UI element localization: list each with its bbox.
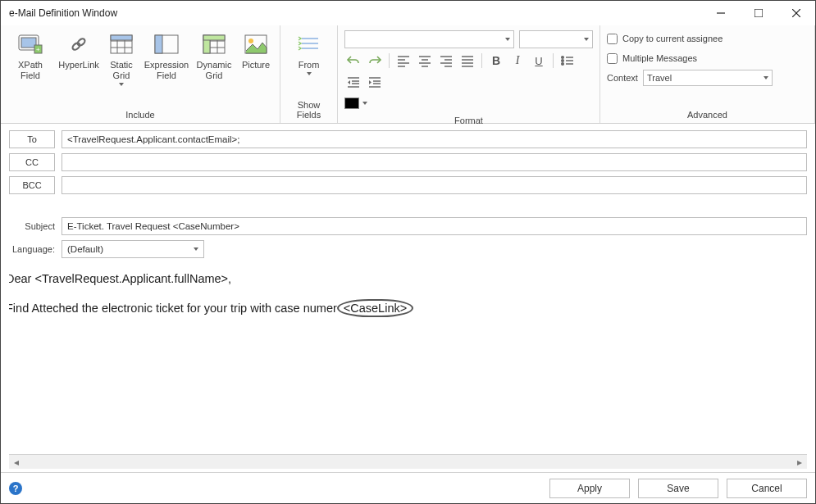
to-row: To — [9, 130, 807, 148]
ribbon-group-show-fields: From Show Fields — [280, 25, 338, 123]
font-size-combo[interactable] — [519, 30, 593, 48]
svg-text:+: + — [36, 46, 40, 53]
multiple-messages-option[interactable]: Multiple Messages — [607, 50, 808, 66]
group-label-advanced: Advanced — [607, 107, 808, 121]
language-row: Language: (Default) — [9, 240, 807, 258]
context-combo[interactable]: Travel — [643, 70, 773, 86]
svg-rect-24 — [203, 35, 225, 40]
chevron-down-icon — [119, 83, 124, 86]
xpath-field-button[interactable]: + XPath Field — [7, 30, 53, 88]
undo-button[interactable] — [344, 52, 362, 70]
caselink-token[interactable]: <CaseLink> — [337, 299, 413, 317]
bcc-row: BCC — [9, 176, 807, 194]
editor-area: Dear <TravelRequest.Applicant.fullName>,… — [9, 266, 807, 454]
align-center-button[interactable] — [416, 52, 434, 70]
help-button[interactable]: ? — [9, 482, 22, 495]
hyperlink-button[interactable]: HyperLink — [58, 30, 99, 88]
titlebar: e-Mail Definition Window — [1, 1, 815, 25]
chevron-down-icon — [764, 76, 768, 79]
chevron-down-icon — [307, 72, 312, 75]
bold-button[interactable]: B — [487, 52, 505, 70]
svg-rect-15 — [111, 35, 132, 40]
subject-label: Subject — [9, 221, 55, 231]
font-family-combo[interactable] — [344, 30, 514, 48]
body-line: Find Atteched the electronic ticket for … — [9, 299, 797, 317]
subject-row: Subject — [9, 217, 807, 235]
cc-row: CC — [9, 153, 807, 171]
ribbon-group-include: + XPath Field HyperLink Static Grid — [1, 25, 280, 123]
chevron-down-icon — [505, 38, 510, 41]
svg-point-46 — [562, 57, 564, 59]
dynamic-grid-button[interactable]: Dynamic Grid — [194, 30, 234, 88]
svg-rect-5 — [21, 38, 36, 48]
copy-to-assignee-option[interactable]: Copy to current assignee — [607, 30, 808, 47]
increase-indent-button[interactable] — [366, 73, 384, 91]
context-label: Context — [607, 73, 638, 83]
decrease-indent-button[interactable] — [344, 73, 362, 91]
svg-point-9 — [76, 38, 86, 47]
copy-to-assignee-checkbox[interactable] — [607, 34, 618, 44]
cc-input[interactable] — [62, 153, 807, 171]
language-label: Language: — [9, 244, 55, 254]
window: e-Mail Definition Window + XPath Field — [0, 0, 816, 504]
color-swatch-icon — [344, 98, 359, 109]
ribbon: + XPath Field HyperLink Static Grid — [1, 25, 815, 124]
subject-input[interactable] — [62, 217, 807, 235]
underline-button[interactable]: U — [530, 52, 548, 70]
ribbon-group-format: B I U Format — [338, 25, 600, 123]
from-button[interactable]: From — [289, 30, 330, 77]
cancel-button[interactable]: Cancel — [727, 479, 807, 498]
ribbon-group-advanced: Copy to current assignee Multiple Messag… — [600, 25, 815, 123]
body-line: Dear <TravelRequest.Applicant.fullName>, — [9, 270, 797, 288]
xpath-field-icon: + — [16, 32, 44, 57]
svg-point-26 — [248, 39, 253, 43]
bcc-button[interactable]: BCC — [9, 176, 55, 194]
maximize-button[interactable] — [740, 1, 777, 25]
email-body-editor[interactable]: Dear <TravelRequest.Applicant.fullName>,… — [9, 266, 802, 454]
horizontal-scrollbar[interactable]: ◂ ▸ — [9, 454, 807, 469]
window-controls — [702, 1, 815, 25]
expression-field-icon — [153, 32, 180, 57]
footer-actions: Apply Save Cancel — [549, 479, 807, 498]
body-area: To CC BCC Subject Language: (Default) De… — [1, 124, 815, 472]
italic-button[interactable]: I — [508, 52, 527, 70]
save-button[interactable]: Save — [638, 479, 718, 498]
multiple-messages-checkbox[interactable] — [607, 53, 618, 64]
svg-rect-17 — [155, 35, 162, 53]
close-button[interactable] — [777, 1, 815, 25]
chevron-down-icon — [362, 102, 367, 105]
picture-icon — [242, 32, 270, 57]
svg-point-47 — [562, 60, 564, 62]
svg-rect-1 — [754, 9, 763, 17]
dynamic-grid-icon — [200, 32, 228, 57]
static-grid-icon — [107, 32, 135, 57]
from-icon — [295, 32, 323, 57]
cc-button[interactable]: CC — [9, 153, 55, 171]
minimize-icon — [717, 9, 725, 17]
maximize-icon — [754, 9, 763, 17]
bulleted-list-button[interactable] — [558, 52, 577, 70]
expression-field-button[interactable]: Expression Field — [144, 30, 189, 88]
minimize-button[interactable] — [702, 1, 740, 25]
align-justify-button[interactable] — [458, 52, 476, 70]
bcc-input[interactable] — [62, 176, 807, 194]
footer: ? Apply Save Cancel — [1, 472, 815, 503]
to-button[interactable]: To — [9, 130, 55, 148]
align-left-button[interactable] — [394, 52, 413, 70]
apply-button[interactable]: Apply — [549, 479, 630, 498]
to-input[interactable] — [62, 130, 807, 148]
align-right-button[interactable] — [437, 52, 455, 70]
static-grid-button[interactable]: Static Grid — [104, 30, 139, 88]
group-label-include: Include — [7, 107, 273, 121]
hyperlink-icon — [65, 32, 93, 57]
chevron-down-icon — [194, 247, 198, 251]
svg-point-48 — [562, 63, 564, 66]
close-icon — [792, 9, 800, 17]
language-combo[interactable]: (Default) — [62, 240, 204, 258]
chevron-down-icon — [584, 38, 589, 41]
scroll-right-icon[interactable]: ▸ — [792, 455, 807, 470]
redo-button[interactable] — [366, 52, 384, 70]
picture-button[interactable]: Picture — [239, 30, 273, 88]
font-color-button[interactable] — [344, 94, 593, 112]
scroll-left-icon[interactable]: ◂ — [9, 455, 24, 470]
